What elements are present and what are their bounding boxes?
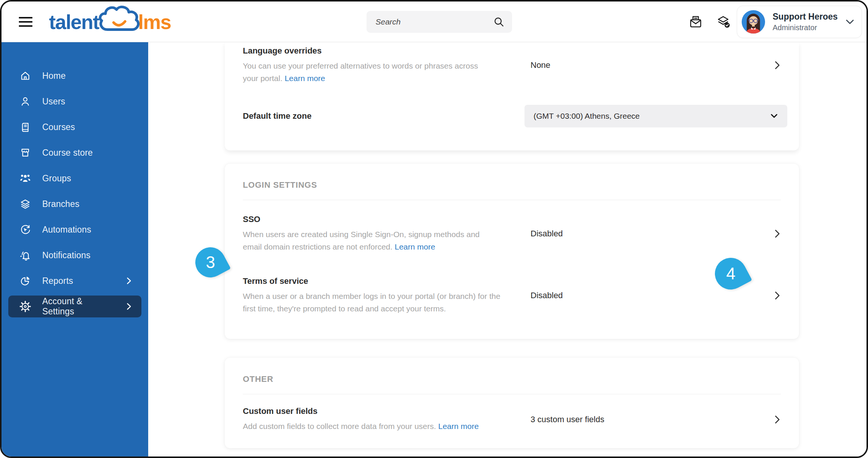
sidebar-item-users[interactable]: Users	[8, 90, 141, 112]
description-text: You can use your preferred alternatives …	[243, 61, 478, 83]
store-icon	[20, 147, 31, 158]
row-info: Custom user fields Add custom fields to …	[243, 406, 531, 432]
description-text: When users are created using Single Sign…	[243, 230, 480, 251]
sidebar-item-label: Users	[42, 97, 132, 107]
sidebar-item-label: Branches	[42, 199, 132, 209]
sidebar-item-branches[interactable]: Branches	[8, 193, 141, 215]
avatar	[742, 10, 765, 34]
user-menu[interactable]: Support Heroes Administrator	[737, 6, 862, 38]
sidebar-item-label: Course store	[42, 148, 132, 158]
setting-title: Terms of service	[243, 276, 531, 286]
callout-number: 4	[726, 264, 735, 283]
setting-title: SSO	[243, 214, 531, 224]
search-bar[interactable]	[367, 11, 512, 33]
setting-description: You can use your preferred alternatives …	[243, 60, 492, 84]
learn-more-link[interactable]: Learn more	[285, 74, 325, 83]
app-window: talent lms	[0, 0, 868, 458]
sidebar-item-courses[interactable]: Courses	[8, 116, 141, 138]
setting-value: Disabled	[531, 229, 764, 239]
groups-icon	[20, 173, 31, 184]
setting-row-default-time-zone: Default time zone (GMT +03:00) Athens, G…	[225, 105, 799, 127]
row-info: Terms of service When a user or a branch…	[243, 276, 531, 315]
learn-more-link[interactable]: Learn more	[438, 422, 478, 430]
course-stack-icon[interactable]	[716, 14, 732, 30]
setting-value: 3 custom user fields	[531, 415, 764, 424]
setting-row-terms-of-service[interactable]: Terms of service When a user or a branch…	[225, 276, 799, 315]
chevron-right-icon[interactable]	[773, 291, 781, 300]
top-header: talent lms	[2, 2, 866, 42]
chevron-right-icon	[126, 302, 132, 311]
setting-description: When a user or a branch member logs in t…	[243, 290, 512, 315]
user-role: Administrator	[773, 23, 845, 32]
divider	[243, 200, 781, 200]
messages-icon[interactable]	[688, 14, 704, 30]
sidebar-item-home[interactable]: Home	[8, 65, 141, 87]
other-settings-card: OTHER Custom user fields Add custom fiel…	[225, 358, 799, 448]
search-icon[interactable]	[493, 16, 505, 28]
sidebar-item-label: Home	[42, 71, 132, 81]
chevron-down-icon[interactable]	[845, 17, 855, 27]
setting-row-sso[interactable]: SSO When users are created using Single …	[225, 214, 799, 253]
chevron-down-icon	[770, 112, 778, 120]
logo-text-talent: talent	[49, 11, 99, 34]
sidebar-item-groups[interactable]: Groups	[8, 167, 141, 189]
sidebar-item-course-store[interactable]: Course store	[8, 142, 141, 164]
description-text: When a user or a branch member logs in t…	[243, 292, 500, 313]
sidebar-item-label: Account & Settings	[42, 296, 114, 317]
learn-more-link[interactable]: Learn more	[395, 242, 435, 251]
chevron-right-icon[interactable]	[773, 415, 781, 424]
section-title: OTHER	[225, 358, 799, 384]
home-icon	[20, 70, 31, 81]
sidebar-item-automations[interactable]: Automations	[8, 219, 141, 240]
setting-description: Add custom fields to collect more data f…	[243, 420, 531, 432]
talentlms-logo[interactable]: talent lms	[49, 2, 171, 42]
setting-value: Disabled	[531, 291, 764, 300]
user-name: Support Heroes	[773, 11, 845, 22]
sidebar-item-label: Courses	[42, 122, 132, 132]
setting-title: Language overrides	[243, 46, 531, 56]
user-meta: Support Heroes Administrator	[773, 11, 845, 32]
callout-number: 3	[206, 253, 215, 272]
chevron-right-icon[interactable]	[773, 60, 781, 70]
pie-chart-icon	[20, 275, 31, 286]
logo-text-lms: lms	[138, 11, 171, 34]
chevron-right-icon[interactable]	[773, 229, 781, 239]
sidebar-item-account-settings[interactable]: Account & Settings	[8, 296, 141, 317]
chevron-right-icon	[126, 277, 132, 285]
cloud-smile-icon	[97, 3, 142, 35]
setting-description: When users are created using Single Sign…	[243, 228, 494, 253]
settings-content: Language overrides You can use your pref…	[148, 42, 866, 456]
setting-value: None	[531, 60, 764, 70]
book-icon	[20, 121, 31, 133]
bell-icon	[20, 250, 31, 261]
layers-icon	[20, 198, 31, 210]
sidebar-nav: Home Users Courses	[2, 42, 148, 456]
automation-icon	[20, 224, 31, 235]
login-settings-card: LOGIN SETTINGS SSO When users are create…	[225, 164, 799, 339]
sidebar-item-notifications[interactable]: Notifications	[8, 244, 141, 266]
row-info: SSO When users are created using Single …	[243, 214, 531, 253]
setting-row-custom-user-fields[interactable]: Custom user fields Add custom fields to …	[225, 406, 799, 432]
sidebar-item-label: Automations	[42, 225, 132, 235]
search-input[interactable]	[376, 17, 493, 26]
divider	[243, 394, 781, 394]
menu-toggle-button[interactable]	[19, 15, 32, 28]
time-zone-select[interactable]: (GMT +03:00) Athens, Greece	[524, 105, 787, 127]
section-title: LOGIN SETTINGS	[225, 164, 799, 190]
gear-icon	[20, 301, 31, 312]
general-settings-card: Language overrides You can use your pref…	[225, 42, 799, 150]
row-info: Default time zone	[243, 111, 531, 121]
setting-row-language-overrides[interactable]: Language overrides You can use your pref…	[225, 42, 799, 84]
sidebar-item-label: Notifications	[42, 250, 132, 260]
sidebar-item-label: Reports	[42, 276, 114, 286]
sidebar-item-reports[interactable]: Reports	[8, 270, 141, 292]
description-text: Add custom fields to collect more data f…	[243, 422, 436, 430]
time-zone-value: (GMT +03:00) Athens, Greece	[534, 112, 770, 121]
user-icon	[20, 96, 31, 107]
setting-title: Default time zone	[243, 111, 531, 121]
setting-title: Custom user fields	[243, 406, 531, 416]
row-info: Language overrides You can use your pref…	[243, 46, 531, 84]
sidebar-item-label: Groups	[42, 173, 132, 184]
